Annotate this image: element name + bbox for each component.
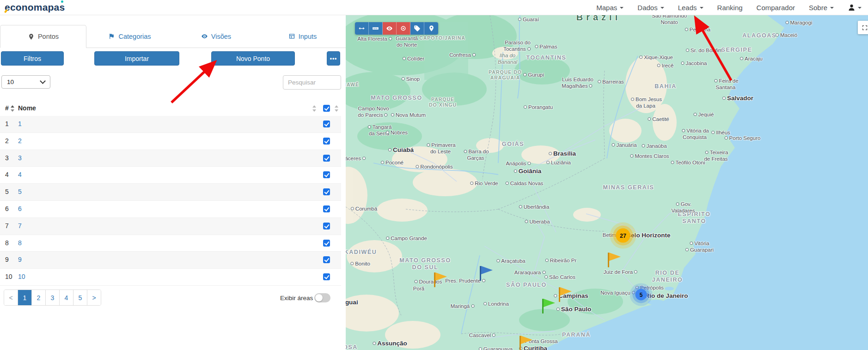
table-row: 66 xyxy=(0,201,341,218)
row-checkbox[interactable] xyxy=(323,138,330,145)
tag-tool-button[interactable] xyxy=(410,22,424,35)
flag-marker[interactable] xyxy=(434,272,448,287)
flag-marker[interactable] xyxy=(520,336,533,350)
page-size-select[interactable]: 10 xyxy=(1,75,50,89)
row-checkbox[interactable] xyxy=(323,273,330,280)
target-tool-button[interactable] xyxy=(397,22,410,35)
cluster-marker[interactable]: 5 xyxy=(636,289,647,301)
table-row: 77 xyxy=(0,218,341,235)
row-index: 1 xyxy=(5,120,9,127)
sort-icon[interactable] xyxy=(335,105,339,112)
row-checkbox[interactable] xyxy=(323,240,330,247)
column-name[interactable]: Nome xyxy=(18,104,36,112)
ruler-tool-button[interactable] xyxy=(369,22,383,35)
cluster-marker[interactable]: 27 xyxy=(616,229,630,243)
nav-item-sobre[interactable]: Sobre xyxy=(809,4,834,12)
row-checkbox[interactable] xyxy=(323,171,330,178)
column-index[interactable]: # xyxy=(5,104,9,112)
nav-item-comparador[interactable]: Comparador xyxy=(757,4,795,12)
pager-page-1[interactable]: 1 xyxy=(18,290,32,305)
importar-button[interactable]: Importar xyxy=(94,51,179,66)
table-row: 55 xyxy=(0,184,341,201)
exibir-areas-toggle[interactable] xyxy=(314,293,330,302)
pin-icon xyxy=(428,25,435,32)
row-name-link[interactable]: 8 xyxy=(18,239,22,247)
toggle-knob xyxy=(315,294,323,302)
tab-label: Pontos xyxy=(38,33,59,40)
row-index: 7 xyxy=(5,222,9,229)
flag-marker[interactable] xyxy=(608,253,622,267)
row-index: 5 xyxy=(5,188,9,195)
pager-next[interactable]: > xyxy=(87,290,101,305)
nav-item-label: Dados xyxy=(637,4,657,12)
row-name-link[interactable]: 4 xyxy=(18,171,22,178)
pager-page-3[interactable]: 3 xyxy=(46,290,60,305)
nav-item-mapas[interactable]: Mapas xyxy=(596,4,623,12)
row-name-link[interactable]: 1 xyxy=(18,120,22,127)
fullscreen-button[interactable] xyxy=(858,21,868,34)
row-checkbox[interactable] xyxy=(323,121,330,127)
brand-logo[interactable]: economapas xyxy=(5,2,65,13)
tab-categorias[interactable]: Categorias xyxy=(86,25,173,48)
nav-item-label: Mapas xyxy=(596,4,617,12)
sort-icon[interactable] xyxy=(312,105,317,112)
pager-prev[interactable]: < xyxy=(4,290,18,305)
row-checkbox[interactable] xyxy=(323,223,330,229)
pager-page-5[interactable]: 5 xyxy=(73,290,87,305)
tab-inputs[interactable]: Inputs xyxy=(259,25,346,48)
row-name-link[interactable]: 5 xyxy=(18,188,22,195)
resize-tool-button[interactable] xyxy=(355,22,369,35)
row-name-link[interactable]: 7 xyxy=(18,222,22,229)
search-input[interactable] xyxy=(283,75,341,90)
flag-marker[interactable] xyxy=(559,287,573,302)
sort-icon[interactable] xyxy=(11,105,15,112)
row-name-link[interactable]: 6 xyxy=(18,205,22,212)
row-checkbox[interactable] xyxy=(323,155,330,162)
row-index: 10 xyxy=(5,273,12,280)
fullscreen-icon xyxy=(862,24,868,31)
row-checkbox[interactable] xyxy=(323,188,330,195)
nav-item-leads[interactable]: Leads xyxy=(678,4,703,12)
pin-tool-button[interactable] xyxy=(424,22,438,35)
row-index: 9 xyxy=(5,256,9,263)
cluster-count: 5 xyxy=(640,291,643,298)
top-navbar: economapas MapasDadosLeadsRankingCompara… xyxy=(0,0,868,15)
map-toolbar xyxy=(355,22,438,35)
row-index: 8 xyxy=(5,239,9,247)
row-checkbox[interactable] xyxy=(323,205,330,212)
tab-pontos[interactable]: Pontos xyxy=(0,25,86,48)
novo-ponto-button[interactable]: Novo Ponto xyxy=(211,51,295,66)
pager-page-2[interactable]: 2 xyxy=(32,290,46,305)
row-name-link[interactable]: 10 xyxy=(18,273,25,280)
flag-marker[interactable] xyxy=(542,299,556,314)
select-all-checkbox[interactable] xyxy=(323,105,330,112)
exibir-areas-label: Exibir áreas xyxy=(280,295,313,302)
row-checkbox[interactable] xyxy=(323,256,330,263)
row-name-link[interactable]: 9 xyxy=(18,256,22,263)
table-row: 44 xyxy=(0,167,341,184)
flag-marker[interactable] xyxy=(480,266,494,281)
data-panel: Pontos Categorias Visões Inputs Filtros … xyxy=(0,15,346,350)
nav-item-dados[interactable]: Dados xyxy=(637,4,664,12)
nav-item-label: Leads xyxy=(678,4,697,12)
points-table-body: 1122334455667788991010 xyxy=(0,116,341,286)
more-options-button[interactable]: ••• xyxy=(327,51,340,66)
row-index: 6 xyxy=(5,205,9,212)
pagination: <12345> xyxy=(4,290,101,306)
tab-visoes[interactable]: Visões xyxy=(173,25,259,48)
map-pin-icon xyxy=(28,33,35,40)
row-name-link[interactable]: 3 xyxy=(18,154,22,162)
nav-item-ranking[interactable]: Ranking xyxy=(717,4,743,12)
filtros-button[interactable]: Filtros xyxy=(1,51,64,66)
nav-item-label: Comparador xyxy=(757,4,795,12)
chevron-down-icon xyxy=(40,78,46,84)
nav-item-label: Ranking xyxy=(717,4,743,12)
map-pane[interactable]: BrazilTOCANTINSMATO GROSSOGOIÁSBAHIASERG… xyxy=(346,15,868,350)
panel-tabs: Pontos Categorias Visões Inputs xyxy=(0,25,346,48)
row-name-link[interactable]: 2 xyxy=(18,137,22,145)
flag-icon xyxy=(108,33,115,40)
user-menu[interactable] xyxy=(848,4,862,12)
chevron-down-icon xyxy=(660,7,664,9)
eye-tool-button[interactable] xyxy=(383,22,397,35)
pager-page-4[interactable]: 4 xyxy=(60,290,73,305)
